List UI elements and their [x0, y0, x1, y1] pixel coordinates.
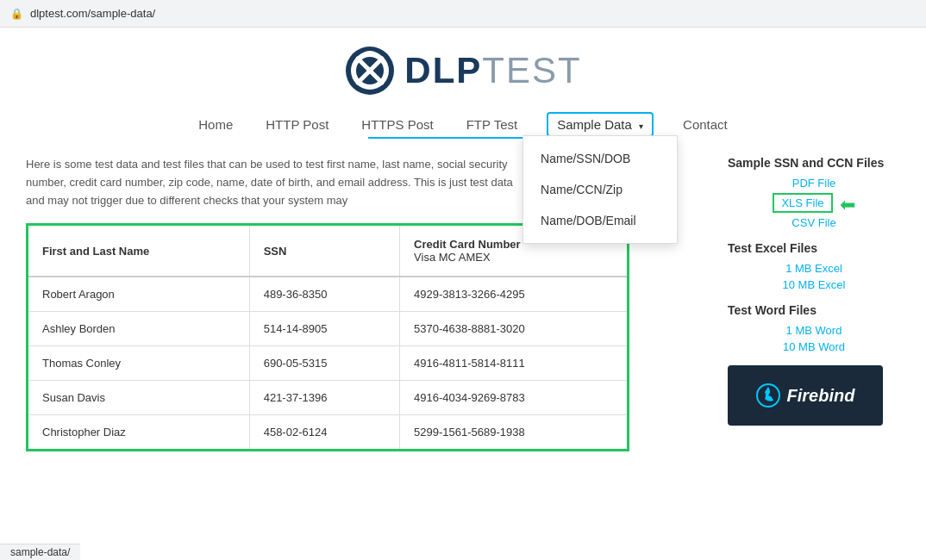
excel-10mb-link[interactable]: 10 MB Excel [728, 278, 900, 291]
ssn-ccn-links: PDF File XLS File ⬅ CSV File [728, 177, 900, 229]
firebind-banner[interactable]: Firebind [728, 365, 883, 426]
cell-name: Ashley Borden [28, 312, 249, 346]
browser-url: dlptest.com/sample-data/ [30, 7, 155, 20]
nav-home[interactable]: Home [195, 112, 236, 137]
table-row: Christopher Diaz 458-02-6124 5299-1561-5… [28, 415, 627, 450]
excel-files-section: Test Excel Files 1 MB Excel 10 MB Excel [728, 241, 900, 291]
cell-name: Robert Aragon [28, 277, 249, 312]
cell-name: Thomas Conley [28, 346, 249, 381]
col-header-name: First and Last Name [28, 226, 249, 277]
lock-icon: 🔒 [10, 8, 23, 20]
status-bar: sample-data/ [0, 544, 80, 560]
cell-ssn: 489-36-8350 [249, 277, 399, 312]
dlp-logo-icon [344, 45, 396, 96]
arrow-icon: ⬅ [840, 194, 855, 216]
nav-https-post[interactable]: HTTPS Post [358, 112, 436, 137]
word-links: 1 MB Word 10 MB Word [728, 324, 900, 353]
logo-text: DLPTEST [404, 50, 581, 91]
word-1mb-link[interactable]: 1 MB Word [728, 324, 900, 337]
status-text: sample-data/ [10, 546, 70, 558]
table-row: Susan Davis 421-37-1396 4916-4034-9269-8… [28, 381, 627, 415]
pdf-file-link[interactable]: PDF File [728, 177, 900, 190]
firebind-logo-icon [756, 383, 780, 408]
cell-ssn: 690-05-5315 [249, 346, 399, 381]
firebind-text: Firebind [787, 386, 855, 406]
table-row: Thomas Conley 690-05-5315 4916-4811-5814… [28, 346, 627, 381]
data-table: First and Last Name SSN Credit Card Numb… [28, 226, 627, 449]
word-files-section: Test Word Files 1 MB Word 10 MB Word [728, 303, 900, 353]
table-row: Ashley Borden 514-14-8905 5370-4638-8881… [28, 312, 627, 346]
sample-data-dropdown-wrapper: Sample Data ▾ Name/SSN/DOB Name/CCN/Zip … [547, 117, 654, 132]
csv-file-link[interactable]: CSV File [728, 216, 900, 229]
word-title: Test Word Files [728, 303, 900, 317]
cell-ssn: 458-02-6124 [249, 415, 399, 450]
nav-ftp-test[interactable]: FTP Test [463, 112, 521, 137]
intro-text: Here is some test data and test files th… [26, 156, 526, 209]
data-table-wrapper: First and Last Name SSN Credit Card Numb… [26, 223, 629, 451]
browser-chrome: 🔒 dlptest.com/sample-data/ [0, 0, 926, 28]
logo-dlp: DLP [404, 50, 482, 90]
xls-file-link[interactable]: XLS File [773, 193, 832, 213]
dropdown-name-dob-email[interactable]: Name/DOB/Email [523, 205, 677, 236]
dropdown-name-ssn-dob[interactable]: Name/SSN/DOB [523, 143, 677, 174]
cell-name: Christopher Diaz [28, 415, 249, 450]
sample-data-dropdown-menu: Name/SSN/DOB Name/CCN/Zip Name/DOB/Email [522, 135, 678, 244]
main-content: Here is some test data and test files th… [0, 139, 926, 471]
table-row: Robert Aragon 489-36-8350 4929-3813-3266… [28, 277, 627, 312]
nav: Home HTTP Post HTTPS Post FTP Test Sampl… [0, 105, 926, 137]
cell-ccn: 5370-4638-8881-3020 [400, 312, 627, 346]
ssn-ccn-title: Sample SSN and CCN Files [728, 156, 900, 170]
cell-ccn: 4916-4811-5814-8111 [400, 346, 627, 381]
cell-ssn: 421-37-1396 [249, 381, 399, 415]
logo-area: DLPTEST [0, 28, 926, 105]
nav-contact[interactable]: Contact [679, 112, 731, 137]
cell-name: Susan Davis [28, 381, 249, 415]
page: DLPTEST Home HTTP Post HTTPS Post FTP Te… [0, 28, 926, 560]
excel-title: Test Excel Files [728, 241, 900, 255]
nav-http-post[interactable]: HTTP Post [262, 112, 332, 137]
logo-test: TEST [482, 50, 581, 90]
excel-1mb-link[interactable]: 1 MB Excel [728, 262, 900, 275]
word-10mb-link[interactable]: 10 MB Word [728, 340, 900, 353]
cell-ssn: 514-14-8905 [249, 312, 399, 346]
ssn-ccn-files-section: Sample SSN and CCN Files PDF File XLS Fi… [728, 156, 900, 229]
chevron-down-icon: ▾ [639, 121, 643, 131]
nav-sample-data[interactable]: Sample Data ▾ [547, 112, 654, 137]
right-section: Sample SSN and CCN Files PDF File XLS Fi… [728, 156, 900, 454]
dropdown-name-ccn-zip[interactable]: Name/CCN/Zip [523, 174, 677, 205]
cell-ccn: 5299-1561-5689-1938 [400, 415, 627, 450]
cell-ccn: 4929-3813-3266-4295 [400, 277, 627, 312]
cell-ccn: 4916-4034-9269-8783 [400, 381, 627, 415]
xls-row: XLS File ⬅ [728, 193, 900, 216]
col-header-ssn: SSN [249, 226, 399, 277]
excel-links: 1 MB Excel 10 MB Excel [728, 262, 900, 291]
